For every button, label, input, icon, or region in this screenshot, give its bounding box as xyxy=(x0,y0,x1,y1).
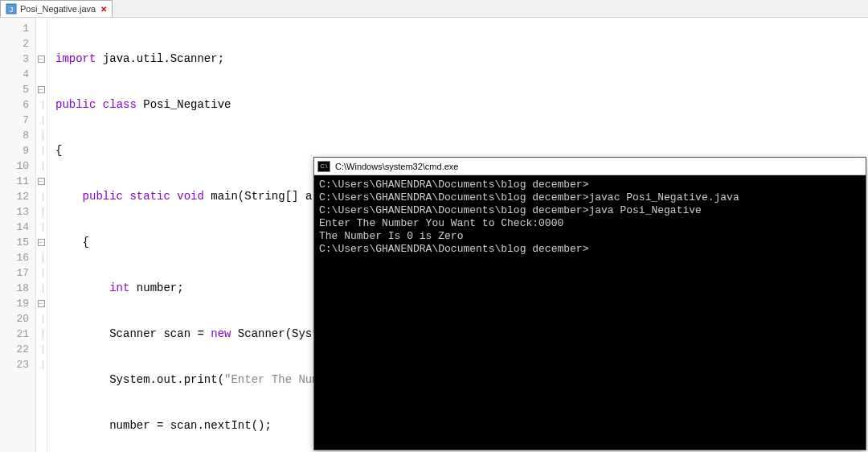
cmd-titlebar[interactable]: C:\ C:\Windows\system32\cmd.exe xyxy=(314,158,866,175)
cmd-window[interactable]: C:\ C:\Windows\system32\cmd.exe C:\Users… xyxy=(313,157,866,450)
svg-text:J: J xyxy=(10,6,14,14)
fold-toggle[interactable]: − xyxy=(36,296,46,311)
fold-toggle[interactable]: − xyxy=(36,82,46,97)
line-number-gutter: 1 2 3 4 5 6 7 8 9 10 11 12 13 14 15 16 1… xyxy=(0,18,36,452)
fold-toggle[interactable]: − xyxy=(36,235,46,250)
close-tab-icon[interactable]: ✕ xyxy=(100,5,107,14)
fold-toggle[interactable]: − xyxy=(36,174,46,189)
tab-filename: Posi_Negative.java xyxy=(20,4,96,14)
file-tab[interactable]: J Posi_Negative.java ✕ xyxy=(0,0,113,17)
cmd-title: C:\Windows\system32\cmd.exe xyxy=(335,162,458,171)
cmd-icon: C:\ xyxy=(317,161,330,172)
fold-gutter: − − − − − xyxy=(36,18,47,452)
tab-bar: J Posi_Negative.java ✕ xyxy=(0,0,868,18)
fold-toggle[interactable]: − xyxy=(36,51,46,67)
java-file-icon: J xyxy=(6,3,17,14)
cmd-output[interactable]: C:\Users\GHANENDRA\Documents\blog decemb… xyxy=(314,175,866,259)
